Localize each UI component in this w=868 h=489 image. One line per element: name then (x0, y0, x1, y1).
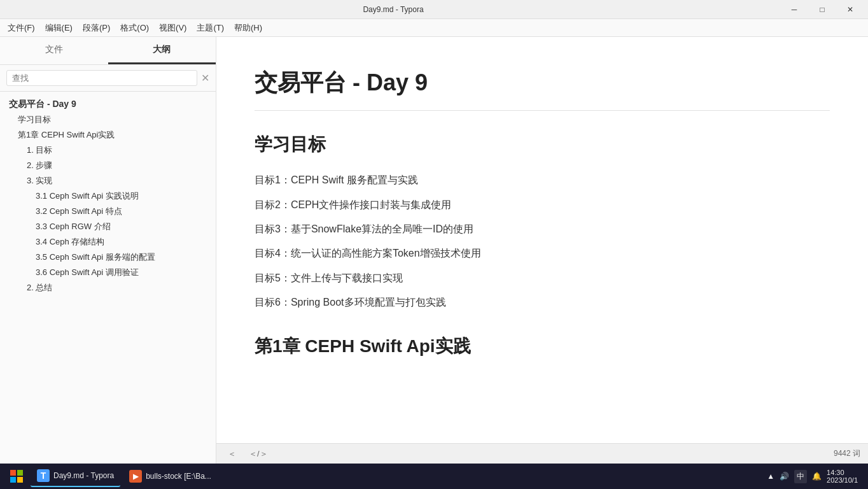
search-bar: ✕ (0, 65, 216, 92)
taskbar-app-bullsstock[interactable]: ▶ bulls-stock [E:\Ba... (123, 465, 218, 487)
outline-item[interactable]: 学习目标 (0, 112, 216, 127)
section-heading-goals: 学习目标 (255, 129, 830, 160)
sidebar-tabs: 文件 大纲 (0, 37, 216, 65)
goal-item: 目标1：CEPH Swift 服务配置与实践 (255, 171, 830, 190)
outline-item[interactable]: 第1章 CEPH Swift Api实践 (0, 127, 216, 143)
tab-file[interactable]: 文件 (0, 37, 108, 64)
back-button[interactable]: ＜ (224, 447, 240, 461)
outline-item[interactable]: 3.1 Ceph Swift Api 实践说明 (0, 188, 216, 204)
outline-item[interactable]: 交易平台 - Day 9 (0, 97, 216, 112)
taskbar: T Day9.md - Typora ▶ bulls-stock [E:\Ba.… (0, 464, 868, 489)
ime-icon[interactable]: 中 (794, 470, 807, 483)
hidden-icons[interactable]: ▲ (767, 472, 774, 481)
menu-view[interactable]: 视图(V) (154, 21, 192, 35)
titlebar-controls: ─ □ ✕ (781, 0, 863, 19)
outline-item[interactable]: 2. 步骤 (0, 158, 216, 173)
outline-item[interactable]: 3.3 Ceph RGW 介绍 (0, 219, 216, 234)
statusbar: ＜ ＜/＞ 9442 词 (216, 443, 868, 464)
goal-item: 目标6：Spring Boot多环境配置与打包实践 (255, 293, 830, 312)
outline-item[interactable]: 3. 实现 (0, 173, 216, 188)
outline-item[interactable]: 2. 总结 (0, 280, 216, 295)
sidebar: 文件 大纲 ✕ 交易平台 - Day 9学习目标第1章 CEPH Swift A… (0, 37, 216, 464)
titlebar-title: Day9.md - Typora (5, 5, 781, 14)
outline-item[interactable]: 3.5 Ceph Swift Api 服务端的配置 (0, 250, 216, 265)
statusbar-left: ＜ ＜/＞ (224, 447, 272, 461)
bullsstock-app-label: bulls-stock [E:\Ba... (146, 472, 211, 481)
volume-icon[interactable]: 🔊 (780, 472, 789, 481)
goals-list: 目标1：CEPH Swift 服务配置与实践目标2：CEPH文件操作接口封装与集… (255, 171, 830, 312)
systray: ▲ 🔊 中 🔔 14:302023/10/1 (762, 469, 863, 484)
minimize-button[interactable]: ─ (781, 0, 807, 19)
svg-rect-3 (17, 477, 23, 483)
start-button[interactable] (5, 465, 28, 488)
menu-file[interactable]: 文件(F) (3, 21, 40, 35)
notification-icon[interactable]: 🔔 (812, 472, 822, 481)
main-layout: 文件 大纲 ✕ 交易平台 - Day 9学习目标第1章 CEPH Swift A… (0, 37, 868, 464)
menu-help[interactable]: 帮助(H) (229, 21, 267, 35)
document-title: 交易平台 - Day 9 (255, 62, 830, 111)
bullsstock-icon: ▶ (129, 470, 142, 483)
outline-tree: 交易平台 - Day 9学习目标第1章 CEPH Swift Api实践1. 目… (0, 92, 216, 464)
maximize-button[interactable]: □ (809, 0, 835, 19)
titlebar: Day9.md - Typora ─ □ ✕ (0, 0, 868, 19)
outline-item[interactable]: 3.6 Ceph Swift Api 调用验证 (0, 265, 216, 280)
goal-item: 目标3：基于SnowFlake算法的全局唯一ID的使用 (255, 220, 830, 239)
word-count: 9442 词 (834, 448, 860, 459)
menu-format[interactable]: 格式(O) (115, 21, 154, 35)
search-input[interactable] (6, 70, 197, 86)
menu-theme[interactable]: 主题(T) (192, 21, 229, 35)
menubar: 文件(F) 编辑(E) 段落(P) 格式(O) 视图(V) 主题(T) 帮助(H… (0, 19, 868, 37)
system-time: 14:302023/10/1 (827, 469, 858, 484)
editor-content[interactable]: 交易平台 - Day 9 学习目标 目标1：CEPH Swift 服务配置与实践… (216, 37, 868, 443)
editor-area: 交易平台 - Day 9 学习目标 目标1：CEPH Swift 服务配置与实践… (216, 37, 868, 464)
svg-rect-0 (10, 470, 16, 476)
typora-app-label: Day9.md - Typora (53, 471, 114, 480)
typora-icon: T (37, 469, 50, 482)
svg-rect-1 (17, 470, 23, 476)
section-heading-chapter1: 第1章 CEPH Swift Api实践 (255, 330, 830, 362)
menu-paragraph[interactable]: 段落(P) (78, 21, 115, 35)
source-code-button[interactable]: ＜/＞ (245, 447, 272, 461)
goal-item: 目标4：统一认证的高性能方案Token增强技术使用 (255, 244, 830, 263)
goal-item: 目标2：CEPH文件操作接口封装与集成使用 (255, 195, 830, 215)
goal-item: 目标5：文件上传与下载接口实现 (255, 269, 830, 288)
outline-item[interactable]: 3.4 Ceph 存储结构 (0, 234, 216, 250)
clear-search-button[interactable]: ✕ (201, 73, 209, 83)
tab-outline[interactable]: 大纲 (108, 37, 216, 64)
outline-item[interactable]: 1. 目标 (0, 143, 216, 158)
taskbar-app-typora[interactable]: T Day9.md - Typora (31, 465, 120, 487)
svg-rect-2 (10, 477, 16, 483)
close-button[interactable]: ✕ (837, 0, 863, 19)
menu-edit[interactable]: 编辑(E) (40, 21, 78, 35)
outline-item[interactable]: 3.2 Ceph Swift Api 特点 (0, 204, 216, 219)
